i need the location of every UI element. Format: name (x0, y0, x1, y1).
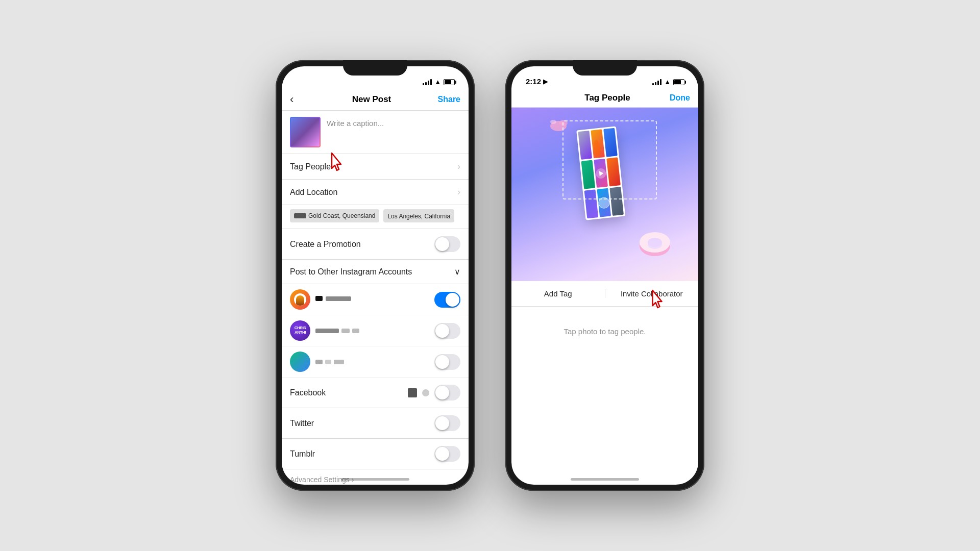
tumblr-toggle[interactable] (434, 446, 460, 462)
wifi-icon-right: ▲ (664, 78, 671, 86)
caption-input[interactable]: Write a caption... (327, 117, 460, 128)
nav-title-left: New Post (308, 94, 435, 105)
cursor-pointer-2 (643, 286, 671, 316)
signal-icon (423, 79, 432, 85)
cursor-pointer-1 (323, 149, 351, 179)
nav-bar-right: Tag People Done (511, 89, 698, 108)
account-toggle-3[interactable] (434, 354, 460, 370)
tumblr-row: Tumblr (282, 439, 469, 469)
twitter-toggle[interactable] (434, 415, 460, 431)
nav-bar-left: ‹ New Post Share (282, 89, 469, 111)
battery-icon-right (673, 79, 686, 85)
add-tag-button[interactable]: Add Tag (511, 289, 605, 298)
location-icon: ▶ (543, 78, 548, 85)
status-icons-left: ▲ (423, 78, 456, 86)
right-phone: 2:12 ▶ ▲ (505, 60, 704, 491)
notch-left (343, 60, 407, 76)
create-promotion-row: Create a Promotion (282, 229, 469, 260)
invite-collaborator-button[interactable]: Invite Collaborator (605, 289, 699, 298)
left-content: Write a caption... Tag People › Add Loca (282, 111, 469, 485)
post-thumbnail (290, 117, 321, 147)
add-location-row[interactable]: Add Location › (282, 180, 469, 205)
notch-right (573, 60, 637, 76)
account-toggle-2[interactable] (434, 323, 460, 339)
avatar-3 (290, 352, 310, 372)
home-indicator-right (571, 478, 639, 481)
account-row-1 (282, 284, 469, 315)
left-screen: ▲ ‹ New Post Share (282, 66, 469, 485)
done-button[interactable]: Done (670, 93, 690, 103)
account-row-2: CHRISANTHI (282, 315, 469, 346)
wifi-icon: ▲ (434, 78, 441, 86)
tag-people-row[interactable]: Tag People › (282, 154, 469, 180)
section-chevron-down: ∨ (454, 267, 460, 277)
nav-title-right: Tag People (545, 93, 670, 103)
phones-container: ▲ ‹ New Post Share (276, 60, 704, 491)
location-tag-2[interactable]: Los Angeles, California (383, 209, 454, 222)
add-location-label: Add Location (290, 188, 337, 197)
account-toggle-1[interactable] (434, 292, 460, 308)
right-screen: 2:12 ▶ ▲ (511, 66, 698, 485)
account-name-3 (315, 360, 429, 364)
bottom-actions: Add Tag Invite Collaborator (511, 281, 698, 307)
add-location-chevron: › (457, 187, 460, 197)
create-promotion-toggle[interactable] (434, 236, 460, 252)
tumblr-label: Tumblr (290, 449, 315, 459)
post-to-other-label: Post to Other Instagram Accounts (290, 267, 412, 277)
fb-sub-icon (422, 389, 429, 396)
avatar-1 (290, 289, 310, 310)
post-to-other-header[interactable]: Post to Other Instagram Accounts ∨ (282, 260, 469, 284)
back-button[interactable]: ‹ (290, 93, 308, 106)
facebook-row: Facebook (282, 378, 469, 408)
left-phone: ▲ ‹ New Post Share (276, 60, 475, 491)
svg-point-6 (648, 240, 662, 249)
advanced-settings-link[interactable]: Advanced Settings › (282, 469, 469, 485)
status-icons-right: ▲ (652, 78, 686, 86)
account-row-3 (282, 346, 469, 378)
pink-donut (634, 223, 675, 266)
account-name-1 (315, 296, 429, 303)
fb-icon (408, 388, 417, 397)
svg-point-2 (550, 120, 556, 124)
avatar-2: CHRISANTHI (290, 320, 310, 341)
battery-icon (444, 79, 456, 85)
dashed-selection-box (562, 120, 657, 199)
facebook-label: Facebook (290, 388, 326, 397)
tag-people-chevron: › (457, 161, 460, 172)
twitter-label: Twitter (290, 419, 314, 428)
twitter-row: Twitter (282, 408, 469, 439)
facebook-toggle[interactable] (434, 385, 460, 400)
signal-icon-right (652, 79, 662, 85)
tag-people-image[interactable] (511, 108, 698, 281)
status-time: 2:12 (526, 77, 541, 86)
share-button[interactable]: Share (435, 95, 460, 104)
home-indicator-left (341, 478, 409, 481)
location-tags-row: Gold Coast, Queensland Los Angeles, Cali… (282, 205, 469, 229)
caption-row: Write a caption... (282, 111, 469, 154)
location-tag-1[interactable]: Gold Coast, Queensland (290, 209, 379, 222)
account-name-2 (315, 329, 429, 333)
create-promotion-label: Create a Promotion (290, 240, 361, 249)
